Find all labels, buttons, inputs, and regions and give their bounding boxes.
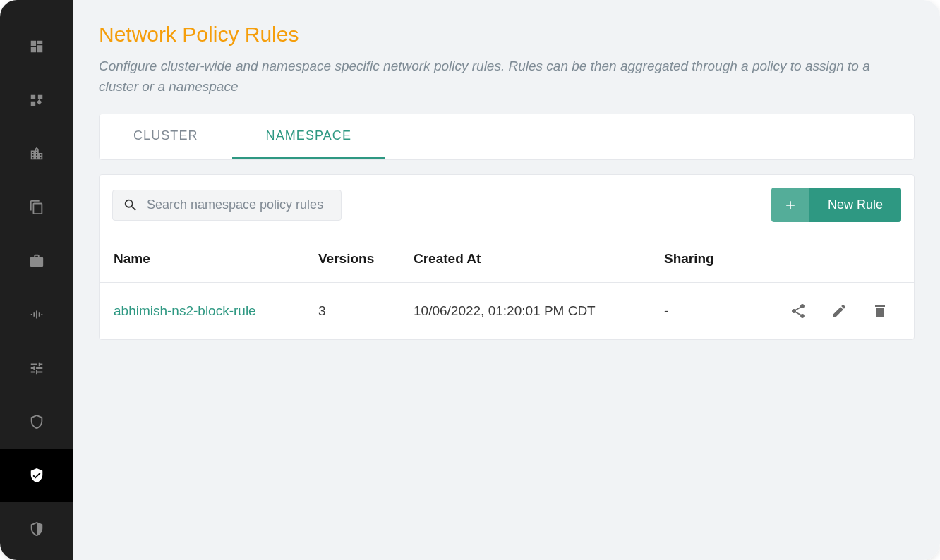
sidebar-item-privacy[interactable] bbox=[0, 502, 73, 556]
sidebar-item-tune[interactable] bbox=[0, 341, 73, 395]
tab-cluster[interactable]: CLUSTER bbox=[100, 114, 232, 159]
rule-name-link[interactable]: abhimish-ns2-block-rule bbox=[114, 303, 318, 319]
delete-icon[interactable] bbox=[872, 303, 888, 319]
main-content: Network Policy Rules Configure cluster-w… bbox=[73, 0, 940, 560]
sidebar-item-work[interactable] bbox=[0, 234, 73, 288]
tab-namespace[interactable]: NAMESPACE bbox=[232, 114, 385, 159]
search-input[interactable] bbox=[147, 197, 331, 212]
sidebar-item-copy[interactable] bbox=[0, 181, 73, 234]
shield-outline-icon bbox=[29, 414, 44, 430]
city-icon bbox=[29, 146, 44, 162]
share-icon[interactable] bbox=[790, 303, 807, 319]
page-description: Configure cluster-wide and namespace spe… bbox=[99, 56, 875, 97]
content-copy-icon bbox=[29, 200, 44, 215]
tune-icon bbox=[29, 360, 44, 376]
widgets-icon bbox=[29, 92, 44, 108]
th-name: Name bbox=[114, 251, 318, 267]
sidebar-item-audio[interactable] bbox=[0, 288, 73, 341]
shield-half-icon bbox=[29, 521, 44, 537]
table-header: Name Versions Created At Sharing bbox=[100, 235, 914, 283]
sidebar-item-security[interactable] bbox=[0, 395, 73, 449]
rule-created-at: 10/06/2022, 01:20:01 PM CDT bbox=[414, 303, 664, 319]
sidebar-item-infra[interactable] bbox=[0, 127, 73, 181]
briefcase-icon bbox=[29, 253, 44, 269]
row-actions bbox=[777, 303, 900, 319]
th-sharing: Sharing bbox=[664, 251, 777, 267]
tabs: CLUSTER NAMESPACE bbox=[99, 114, 915, 160]
page-title: Network Policy Rules bbox=[99, 23, 915, 47]
sidebar-item-dashboard[interactable] bbox=[0, 20, 73, 73]
shield-check-icon bbox=[29, 468, 44, 483]
edit-icon[interactable] bbox=[831, 303, 848, 319]
rule-sharing: - bbox=[664, 303, 777, 319]
rule-versions: 3 bbox=[318, 303, 414, 319]
th-versions: Versions bbox=[318, 251, 414, 267]
sidebar-item-apps[interactable] bbox=[0, 73, 73, 127]
rules-card: New Rule Name Versions Created At Sharin… bbox=[99, 174, 915, 340]
plus-icon bbox=[771, 188, 809, 222]
sidebar bbox=[0, 0, 73, 560]
th-created-at: Created At bbox=[414, 251, 664, 267]
search-icon bbox=[123, 197, 138, 213]
toolbar: New Rule bbox=[100, 175, 914, 235]
search-box[interactable] bbox=[112, 190, 342, 221]
new-rule-button[interactable]: New Rule bbox=[771, 188, 901, 222]
audio-icon bbox=[29, 307, 44, 322]
new-rule-label: New Rule bbox=[809, 188, 901, 222]
sidebar-item-verified[interactable] bbox=[0, 449, 73, 502]
rules-table: Name Versions Created At Sharing abhimis… bbox=[100, 235, 914, 339]
table-row: abhimish-ns2-block-rule 3 10/06/2022, 01… bbox=[100, 283, 914, 339]
dashboard-icon bbox=[29, 39, 44, 54]
